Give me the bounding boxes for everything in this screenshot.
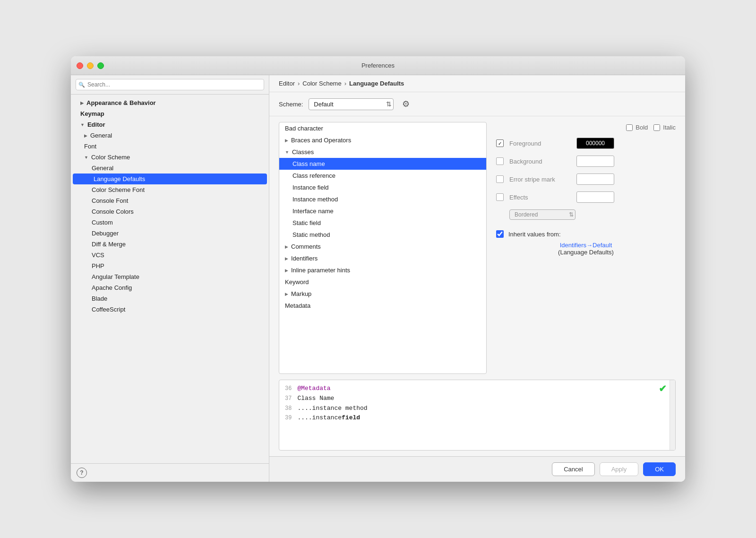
bold-label[interactable]: Bold [626, 124, 648, 131]
maximize-button[interactable] [97, 62, 104, 69]
close-button[interactable] [77, 62, 83, 69]
chevron-right-identifiers-icon: ▶ [285, 256, 288, 261]
tree-item-instancefield[interactable]: Instance field [279, 182, 486, 193]
main-layout: 🔍 ▶ Appearance & Behavior Keymap ▼ Edito… [71, 75, 685, 482]
line-num-37: 37 [285, 394, 292, 403]
sidebar-item-angular[interactable]: Angular Template [71, 271, 269, 282]
sidebar-item-general2[interactable]: General [71, 163, 269, 174]
sidebar-bottom: ? [71, 463, 269, 482]
tree-item-classname[interactable]: Class name [279, 158, 486, 170]
breadcrumb-sep-2: › [344, 80, 346, 87]
help-button[interactable]: ? [77, 468, 87, 478]
ok-button[interactable]: OK [643, 462, 676, 476]
tree-item-keyword[interactable]: Keyword [279, 276, 486, 288]
chevron-right-comments-icon: ▶ [285, 244, 288, 249]
sidebar-item-apache[interactable]: Apache Config [71, 282, 269, 293]
preferences-window: Preferences 🔍 ▶ Appearance & Behavior Ke… [71, 56, 685, 482]
tree-item-metadata[interactable]: Metadata [279, 300, 486, 312]
preview-area: 36 @Metadata 37 Class Name 38 ....instan… [279, 380, 676, 451]
effects-checkbox[interactable] [496, 193, 504, 201]
preview-code: 36 @Metadata 37 Class Name 38 ....instan… [279, 380, 656, 450]
sidebar-item-debugger[interactable]: Debugger [71, 228, 269, 239]
tree-item-markup[interactable]: ▶ Markup [279, 288, 486, 300]
apply-button[interactable]: Apply [600, 462, 639, 476]
foreground-checkbox[interactable]: ✓ [496, 139, 504, 147]
chevron-right-icon: ▶ [80, 101, 84, 105]
right-panel: Editor › Color Scheme › Language Default… [269, 75, 685, 482]
code-text-37: Class Name [297, 394, 334, 404]
title-bar: Preferences [71, 56, 685, 75]
italic-checkbox[interactable] [653, 124, 660, 131]
tree-item-comments[interactable]: ▶ Comments [279, 241, 486, 252]
sidebar-item-custom[interactable]: Custom [71, 217, 269, 228]
effects-select[interactable]: Bordered Underline Dotted line [509, 209, 576, 220]
breadcrumb-editor: Editor [279, 80, 295, 87]
breadcrumb-colorscheme: Color Scheme [302, 80, 341, 87]
minimize-button[interactable] [87, 62, 94, 69]
tree-item-staticmethod[interactable]: Static method [279, 229, 486, 241]
inherit-link-area: Identifiers→Default (Language Defaults) [496, 242, 676, 256]
line-num-38: 38 [285, 404, 292, 413]
scheme-select[interactable]: Default Darcula High Contrast Monokai [309, 98, 394, 110]
code-line-38: 38 ....instance method [285, 404, 650, 414]
cancel-button[interactable]: Cancel [552, 462, 594, 476]
effects-row: Effects [496, 191, 676, 203]
tree-item-staticfield[interactable]: Static field [279, 217, 486, 229]
italic-label[interactable]: Italic [653, 124, 676, 131]
search-wrapper: 🔍 [76, 79, 264, 90]
sidebar-tree: ▶ Appearance & Behavior Keymap ▼ Editor … [71, 95, 269, 463]
sidebar-item-csf[interactable]: Color Scheme Font [71, 184, 269, 195]
inherit-row: Inherit values from: [496, 230, 676, 238]
code-line-36: 36 @Metadata [285, 384, 650, 394]
chevron-down-icon: ▼ [80, 122, 85, 127]
code-text-39-pre: ....instance [297, 413, 342, 423]
tree-item-badchar[interactable]: Bad character [279, 122, 486, 134]
tree-item-classref-label: Class reference [292, 172, 335, 179]
breadcrumb-langdefaults: Language Defaults [349, 80, 404, 87]
sidebar-item-langdefaults[interactable]: Language Defaults [73, 174, 267, 184]
sidebar-item-php[interactable]: PHP [71, 260, 269, 271]
sidebar-item-editor[interactable]: ▼ Editor [71, 119, 269, 130]
tree-item-classref[interactable]: Class reference [279, 170, 486, 182]
inherit-link[interactable]: Identifiers→Default [496, 242, 676, 249]
chevron-right-icon-general: ▶ [84, 133, 87, 138]
tree-item-identifiers[interactable]: ▶ Identifiers [279, 252, 486, 264]
search-input[interactable] [76, 79, 264, 90]
tree-item-inlinehints[interactable]: ▶ Inline parameter hints [279, 264, 486, 276]
inherit-checkbox[interactable] [496, 230, 504, 238]
tree-item-braces[interactable]: ▶ Braces and Operators [279, 134, 486, 146]
tree-item-markup-label: Markup [291, 290, 311, 297]
background-label: Background [509, 158, 571, 165]
sidebar-item-consolefont[interactable]: Console Font [71, 195, 269, 206]
tree-item-identifiers-label: Identifiers [291, 255, 318, 262]
foreground-row: ✓ Foreground 000000 [496, 138, 676, 149]
sidebar-item-keymap[interactable]: Keymap [71, 108, 269, 119]
sidebar-item-colorscheme[interactable]: ▼ Color Scheme [71, 152, 269, 163]
sidebar-item-appearance[interactable]: ▶ Appearance & Behavior [71, 97, 269, 108]
error-stripe-color-box[interactable] [576, 174, 614, 185]
tree-list-panel: Bad character ▶ Braces and Operators ▼ C… [279, 122, 487, 374]
sidebar-item-font[interactable]: Font [71, 141, 269, 152]
preview-scrollbar[interactable] [670, 380, 675, 450]
tree-item-instancemethod[interactable]: Instance method [279, 193, 486, 205]
sidebar-item-blade[interactable]: Blade [71, 293, 269, 304]
sidebar-item-vcs[interactable]: VCS [71, 250, 269, 260]
tree-item-instancemethod-label: Instance method [292, 196, 338, 203]
background-checkbox[interactable] [496, 157, 504, 165]
error-stripe-checkbox[interactable] [496, 175, 504, 183]
background-color-box[interactable] [576, 156, 614, 167]
sidebar-item-general[interactable]: ▶ General [71, 130, 269, 141]
code-text-39-bold: field [342, 413, 360, 423]
tree-item-classes[interactable]: ▼ Classes [279, 146, 486, 158]
sidebar-item-consolecolors[interactable]: Console Colors [71, 206, 269, 217]
code-line-37: 37 Class Name [285, 394, 650, 404]
tree-item-interfacename[interactable]: Interface name [279, 205, 486, 217]
bold-checkbox[interactable] [626, 124, 633, 131]
gear-button[interactable]: ⚙ [399, 98, 412, 110]
tree-item-braces-label: Braces and Operators [291, 137, 351, 144]
sidebar-item-diffmerge[interactable]: Diff & Merge [71, 239, 269, 250]
line-num-36: 36 [285, 384, 292, 393]
sidebar-item-coffeescript[interactable]: CoffeeScript [71, 304, 269, 315]
foreground-color-box[interactable]: 000000 [576, 138, 614, 149]
effects-color-box[interactable] [576, 191, 614, 203]
